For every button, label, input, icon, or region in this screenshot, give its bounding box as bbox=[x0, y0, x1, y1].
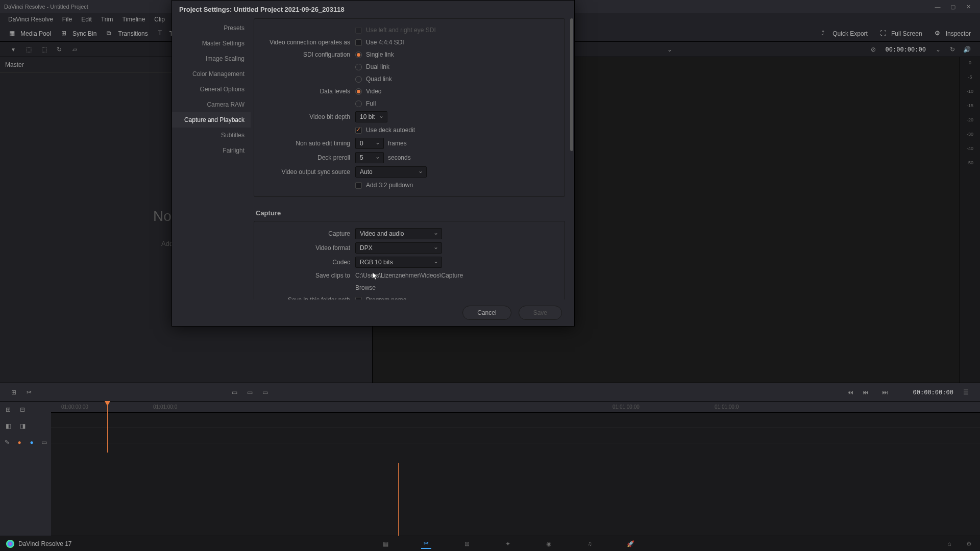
page-cut-icon[interactable]: ✂ bbox=[421, 539, 431, 549]
home-icon[interactable]: ⌂ bbox=[944, 539, 954, 549]
sidebar-item-subtitles[interactable]: Subtitles bbox=[172, 128, 251, 143]
audio-track[interactable] bbox=[51, 428, 980, 443]
menu-davinci[interactable]: DaVinci Resolve bbox=[4, 14, 57, 25]
video-format-select[interactable]: DPX bbox=[355, 242, 442, 254]
settings-content[interactable]: Use left and right eye SDI Video connect… bbox=[251, 18, 574, 299]
save-button[interactable]: Save bbox=[519, 306, 562, 320]
timecode-dropdown-icon[interactable]: ⌄ bbox=[933, 44, 943, 55]
tool-sync-icon[interactable]: ◧ bbox=[3, 421, 13, 431]
tool-icon[interactable]: ▱ bbox=[69, 44, 80, 55]
full-screen-button[interactable]: ⛶Full Screen bbox=[875, 28, 927, 40]
video-sync-select[interactable]: Auto bbox=[355, 166, 427, 178]
single-link-radio[interactable] bbox=[355, 52, 362, 58]
menu-trim[interactable]: Trim bbox=[97, 14, 117, 25]
bypass-icon[interactable]: ⊘ bbox=[868, 44, 878, 55]
smart-insert-icon[interactable]: ▭ bbox=[229, 387, 240, 398]
sidebar-item-presets[interactable]: Presets bbox=[172, 20, 251, 36]
speaker-icon[interactable]: 🔊 bbox=[962, 44, 972, 55]
viewer-dropdown2-icon[interactable]: ⌄ bbox=[665, 44, 675, 55]
program-name-label: Program name bbox=[366, 296, 406, 299]
maximize-icon[interactable]: ▢ bbox=[945, 2, 961, 12]
timeline-main[interactable]: 01:00:00:00 01:01:00:0 01:01:00:00 01:01… bbox=[51, 402, 980, 536]
tool-color-icon[interactable]: ● bbox=[28, 437, 36, 447]
bit-depth-label: Video bit depth bbox=[257, 113, 355, 120]
timeline-timecode: 00:00:00:00 bbox=[913, 389, 953, 396]
menu-file[interactable]: File bbox=[58, 14, 76, 25]
tool-tracks-icon[interactable]: ⊟ bbox=[17, 405, 28, 415]
cancel-button[interactable]: Cancel bbox=[462, 306, 511, 320]
app-logo[interactable]: DaVinci Resolve 17 bbox=[6, 540, 72, 548]
append-icon[interactable]: ▭ bbox=[244, 387, 255, 398]
use-444-sdi-label: Use 4:4:4 SDI bbox=[366, 39, 404, 46]
sidebar-item-camera-raw[interactable]: Camera RAW bbox=[172, 97, 251, 112]
browse-button[interactable]: Browse bbox=[355, 284, 376, 291]
timeline-ruler[interactable]: 01:00:00:00 01:01:00:0 01:01:00:00 01:01… bbox=[51, 402, 980, 413]
menu-clip[interactable]: Clip bbox=[150, 14, 169, 25]
minimize-icon[interactable]: — bbox=[930, 2, 945, 12]
tool-marker-icon[interactable]: ✎ bbox=[3, 437, 11, 447]
bin-dropdown-icon[interactable]: ▾ bbox=[8, 44, 18, 55]
sidebar-item-fairlight[interactable]: Fairlight bbox=[172, 143, 251, 158]
menu-timeline[interactable]: Timeline bbox=[118, 14, 149, 25]
quad-link-radio[interactable] bbox=[355, 76, 362, 83]
jump-prev-icon[interactable]: ⏮ bbox=[845, 387, 856, 398]
refresh-icon[interactable]: ↻ bbox=[54, 44, 64, 55]
save-folder-label: Save in this folder path bbox=[257, 296, 355, 299]
project-settings-dialog: Project Settings: Untitled Project 2021-… bbox=[172, 0, 575, 327]
settings-icon[interactable]: ⚙ bbox=[964, 539, 974, 549]
full-radio[interactable] bbox=[355, 101, 362, 107]
page-media-icon[interactable]: ▦ bbox=[380, 539, 390, 549]
page-deliver-icon[interactable]: 🚀 bbox=[625, 539, 635, 549]
sidebar-item-general[interactable]: General Options bbox=[172, 82, 251, 97]
tool-flag-icon[interactable]: ● bbox=[15, 437, 23, 447]
video-conn-label: Video connection operates as bbox=[257, 39, 355, 46]
tool-other-icon[interactable]: ▭ bbox=[40, 437, 48, 447]
add-32-pulldown-checkbox[interactable] bbox=[355, 182, 362, 189]
seconds-label: seconds bbox=[388, 154, 411, 161]
import-icon[interactable]: ⬚ bbox=[23, 44, 34, 55]
transitions-button[interactable]: ⧉Transitions bbox=[102, 28, 153, 40]
loop-icon[interactable]: ↻ bbox=[947, 44, 958, 55]
non-auto-edit-select[interactable]: 0 bbox=[355, 138, 384, 149]
timeline-menu-icon[interactable]: ☰ bbox=[961, 387, 972, 398]
bit-depth-select[interactable]: 10 bit bbox=[355, 111, 387, 122]
page-edit-icon[interactable]: ⊞ bbox=[462, 539, 472, 549]
page-fairlight-icon[interactable]: ♫ bbox=[584, 539, 595, 549]
tool-timeline-icon[interactable]: ⊞ bbox=[3, 405, 13, 415]
content-scrollbar[interactable] bbox=[570, 18, 573, 151]
meter-label: -50 bbox=[967, 160, 973, 165]
sidebar-item-master[interactable]: Master Settings bbox=[172, 36, 251, 51]
close-icon[interactable]: ✕ bbox=[961, 2, 976, 12]
sidebar-item-capture-playback[interactable]: Capture and Playback bbox=[172, 112, 251, 128]
sidebar-item-color-mgmt[interactable]: Color Management bbox=[172, 66, 251, 82]
dual-link-radio[interactable] bbox=[355, 64, 362, 70]
play-prev-icon[interactable]: ⏮ bbox=[860, 387, 871, 398]
capture-select[interactable]: Video and audio bbox=[355, 228, 442, 239]
menu-edit[interactable]: Edit bbox=[77, 14, 96, 25]
split-clip-icon[interactable]: ✂ bbox=[23, 387, 35, 398]
quick-export-icon: ⤴ bbox=[821, 30, 829, 38]
page-color-icon[interactable]: ◉ bbox=[544, 539, 554, 549]
use-444-sdi-checkbox[interactable] bbox=[355, 39, 362, 46]
import-folder-icon[interactable]: ⬚ bbox=[39, 44, 49, 55]
play-next-icon[interactable]: ⏭ bbox=[879, 387, 891, 398]
sidebar-item-image-scaling[interactable]: Image Scaling bbox=[172, 51, 251, 66]
settings-sidebar: Presets Master Settings Image Scaling Co… bbox=[172, 18, 251, 299]
deck-autoedit-checkbox[interactable] bbox=[355, 127, 362, 134]
playhead[interactable] bbox=[107, 402, 108, 453]
sync-bin-button[interactable]: ⊞Sync Bin bbox=[56, 28, 102, 40]
ruler-time: 01:00:00:00 bbox=[61, 404, 88, 410]
ruler-time: 01:01:00:0 bbox=[153, 404, 177, 410]
page-fusion-icon[interactable]: ✦ bbox=[503, 539, 513, 549]
quick-export-button[interactable]: ⤴Quick Export bbox=[816, 28, 873, 40]
media-pool-button[interactable]: ▦Media Pool bbox=[4, 28, 56, 40]
deck-preroll-select[interactable]: 5 bbox=[355, 152, 384, 163]
codec-select[interactable]: RGB 10 bits bbox=[355, 257, 442, 268]
tool-audio-icon[interactable]: ◨ bbox=[17, 421, 28, 431]
ripple-icon[interactable]: ▭ bbox=[259, 387, 271, 398]
boring-detector-icon[interactable]: ⊞ bbox=[8, 387, 19, 398]
video-radio[interactable] bbox=[355, 88, 362, 95]
inspector-button[interactable]: ⚙Inspector bbox=[929, 28, 976, 40]
video-track[interactable] bbox=[51, 413, 980, 428]
program-name-checkbox[interactable] bbox=[355, 297, 362, 300]
